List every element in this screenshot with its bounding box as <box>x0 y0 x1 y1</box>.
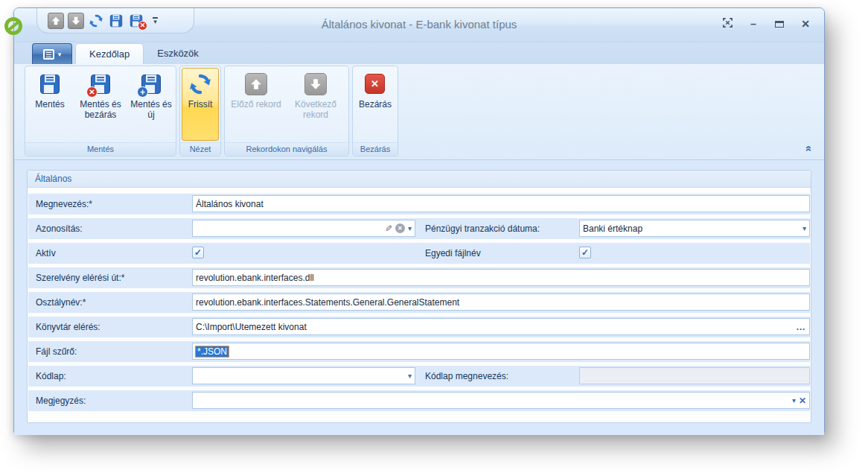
screen: Általános kivonat - E-bank kivonat típus… <box>0 0 868 476</box>
window-controls: – ✕ <box>721 17 812 31</box>
app-menu-icon <box>43 49 54 60</box>
save-and-new-button[interactable]: + Mentés és új <box>129 68 173 141</box>
move-down-button[interactable] <box>68 13 84 29</box>
clear-circle-icon[interactable]: ✕ <box>395 223 405 233</box>
chevron-down-icon[interactable]: ▾ <box>408 225 412 232</box>
arrow-down-icon <box>71 16 81 26</box>
app-menu-button[interactable]: ▾ <box>32 43 72 64</box>
egyedi-fajlnev-checkbox[interactable]: ✓ <box>579 247 591 258</box>
ribbon-group-bezaras: ✕ Bezárás Bezárás <box>352 66 398 156</box>
app-logo-icon <box>4 17 22 35</box>
save-new-icon: + <box>139 72 163 96</box>
ribbon-group-caption: Nézet <box>180 142 220 156</box>
close-form-button[interactable]: ✕ Bezárás <box>354 68 396 141</box>
kodlap-megnevezes-label: Kódlap megnevezés: <box>425 366 508 387</box>
save-icon <box>109 13 124 28</box>
restore-button[interactable] <box>773 17 786 31</box>
kodlap-megnevezes-input <box>579 367 810 384</box>
ribbon-group-mentes: Mentés ✕ Mentés és bezárás + Mentés és ú… <box>25 66 176 156</box>
konyvtar-label: Könyvtár elérés: <box>36 317 100 337</box>
arrow-up-icon <box>51 16 61 26</box>
save-and-close-button[interactable]: ✕ Mentés és bezárás <box>72 68 129 141</box>
ribbon-tab-strip: ▾ Kezdőlap Eszközök <box>14 42 824 64</box>
row-szerelveny: Szerelvény elérési út:* revolution.ebank… <box>28 267 810 288</box>
tab-eszkozok[interactable]: Eszközök <box>144 43 212 64</box>
titlebar: Általános kivonat - E-bank kivonat típus… <box>14 8 824 42</box>
ribbon: Mentés ✕ Mentés és bezárás + Mentés és ú… <box>14 64 824 160</box>
row-aktiv: Aktív ✓ Egyedi fájlnév ✓ <box>28 243 810 264</box>
save-close-button-qat[interactable]: ✕ <box>128 13 144 29</box>
save-button-qat[interactable] <box>108 13 124 29</box>
megjegyzes-label: Megjegyzés: <box>36 390 86 411</box>
next-record-button: Következő rekord <box>285 68 346 141</box>
chevron-down-icon: ▾ <box>58 51 62 58</box>
refresh-button-qat[interactable] <box>88 13 104 29</box>
save-button[interactable]: Mentés <box>28 68 72 141</box>
megjegyzes-input[interactable]: ▾ ✕ <box>192 392 810 409</box>
egyedi-fajlnev-label: Egyedi fájlnév <box>425 243 481 264</box>
chevron-down-icon[interactable]: ▾ <box>792 397 796 404</box>
aktiv-label: Aktív <box>36 243 56 264</box>
refresh-button[interactable]: Frissít <box>182 68 219 141</box>
selected-text: *.JSON <box>196 346 229 357</box>
minimize-button[interactable]: – <box>747 17 760 31</box>
delete-badge-icon: ✕ <box>138 21 147 31</box>
osztalynev-label: Osztálynév:* <box>36 292 86 313</box>
chevron-down-icon[interactable]: ▾ <box>802 225 806 232</box>
ribbon-group-nezet: Frissít Nézet <box>179 66 221 156</box>
restore-icon <box>775 21 784 28</box>
megnevezes-input[interactable]: Általános kivonat <box>192 195 810 212</box>
szerelveny-input[interactable]: revolution.ebank.interfaces.dll <box>192 269 810 286</box>
azonositas-input[interactable]: ✎ ✕ ▾ <box>192 220 415 237</box>
close-badge-icon: ✕ <box>86 86 98 98</box>
row-konyvtar: Könyvtár elérés: C:\Import\Utemezett kiv… <box>28 317 810 337</box>
penzugyi-datum-label: Pénzügyi tranzakció dátuma: <box>425 218 540 239</box>
penzugyi-datum-select[interactable]: Banki értéknap ▾ <box>579 220 810 237</box>
kodlap-select[interactable]: ▾ <box>192 367 415 384</box>
check-icon: ✓ <box>194 248 202 257</box>
ribbon-group-caption: Bezárás <box>353 142 398 156</box>
save-close-icon: ✕ <box>89 72 112 96</box>
form-content: Általános Megnevezés:* Általános kivonat… <box>14 160 824 435</box>
row-fajl-szuro: Fájl szűrő: *.JSON <box>28 341 810 362</box>
szerelveny-label: Szerelvény elérési út:* <box>36 267 124 288</box>
row-megjegyzes: Megjegyzés: ▾ ✕ <box>28 390 810 411</box>
edit-pencil-icon[interactable]: ✎ <box>385 224 392 233</box>
osztalynev-input[interactable]: revolution.ebank.interfaces.Statements.G… <box>192 293 810 311</box>
arrow-up-icon <box>244 72 268 96</box>
refresh-icon <box>89 13 103 28</box>
clear-field-icon[interactable]: ✕ <box>799 396 806 405</box>
chevron-down-icon[interactable]: ▾ <box>408 372 412 380</box>
minimize-icon: – <box>750 18 756 30</box>
move-up-button[interactable] <box>48 13 64 29</box>
ribbon-group-navigalas: Előző rekord Következő rekord Rekordokon… <box>224 66 349 156</box>
row-megnevezes: Megnevezés:* Általános kivonat <box>28 194 810 215</box>
fit-icon <box>723 18 733 30</box>
close-window-button[interactable]: ✕ <box>799 17 812 31</box>
close-red-icon: ✕ <box>363 72 387 96</box>
azonositas-label: Azonosítás: <box>36 218 83 239</box>
refresh-icon <box>188 72 212 96</box>
add-badge-icon: + <box>137 86 148 98</box>
megnevezes-label: Megnevezés:* <box>36 194 92 215</box>
fit-window-button[interactable] <box>721 17 734 31</box>
collapse-ribbon-button[interactable]: « <box>802 145 815 151</box>
aktiv-checkbox[interactable]: ✓ <box>192 247 204 258</box>
row-azonositas: Azonosítás: ✎ ✕ ▾ Pénzügyi tranzakció dá… <box>28 218 810 239</box>
kodlap-label: Kódlap: <box>36 366 66 387</box>
browse-ellipsis-icon[interactable]: … <box>796 322 806 331</box>
previous-record-button: Előző rekord <box>227 68 285 141</box>
ribbon-group-caption: Mentés <box>25 142 176 156</box>
app-window: Általános kivonat - E-bank kivonat típus… <box>13 7 825 434</box>
groupbox-altalanos: Általános Megnevezés:* Általános kivonat… <box>27 170 811 423</box>
qat-customize-button[interactable]: ▾ <box>153 17 158 24</box>
tab-kezdolap[interactable]: Kezdőlap <box>75 43 144 64</box>
row-osztalynev: Osztálynév:* revolution.ebank.interfaces… <box>28 292 810 313</box>
quick-access-toolbar: ✕ ▾ <box>36 8 194 34</box>
row-kodlap: Kódlap: ▾ Kódlap megnevezés: <box>28 366 810 387</box>
konyvtar-input[interactable]: C:\Import\Utemezett kivonat … <box>192 318 810 335</box>
fajl-szuro-input[interactable]: *.JSON <box>192 343 810 360</box>
groupbox-title: Általános <box>28 171 811 188</box>
arrow-down-icon <box>304 72 328 96</box>
fajl-szuro-label: Fájl szűrő: <box>36 341 77 362</box>
